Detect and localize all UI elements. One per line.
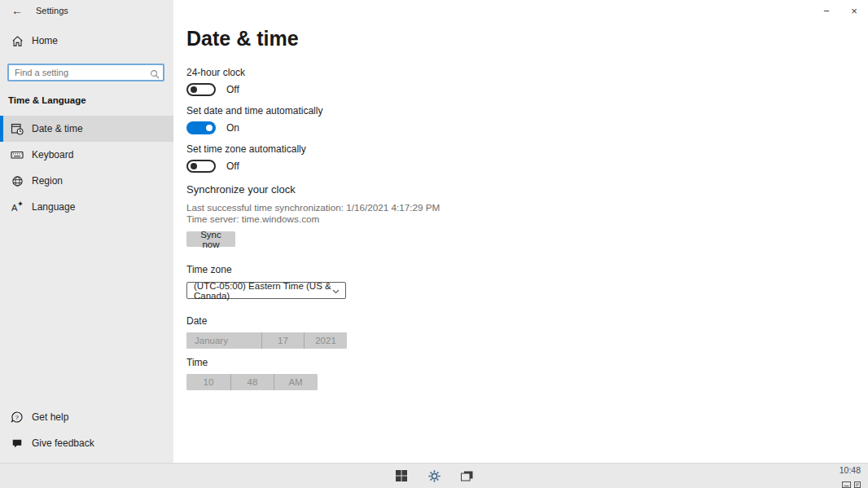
date-month-segment: January	[186, 332, 261, 349]
toggle-state-label: Off	[226, 160, 239, 172]
toggle-state-label: Off	[226, 84, 239, 95]
sync-clock-heading: Synchronize your clock	[186, 183, 610, 196]
sidebar-item-label: Keyboard	[32, 149, 73, 160]
titlebar: ← Settings	[0, 0, 173, 21]
sidebar-item-give-feedback[interactable]: Give feedback	[0, 430, 173, 456]
toggle-knob	[191, 163, 197, 169]
sidebar-item-label: Get help	[32, 411, 68, 423]
search-icon	[150, 68, 160, 77]
start-button[interactable]	[392, 464, 410, 488]
time-zone-value: (UTC-05:00) Eastern Time (US & Canada)	[194, 281, 332, 301]
toggle-row: Off	[186, 160, 610, 173]
sidebar-nav: Date & time Keyboard Region A Language	[0, 116, 173, 220]
sidebar-footer: ? Get help Give feedback	[0, 404, 173, 456]
search-input[interactable]	[7, 64, 164, 81]
time-picker: 10 48 AM	[186, 374, 318, 390]
sidebar-item-get-help[interactable]: ? Get help	[0, 404, 173, 430]
language-icon: A	[11, 200, 24, 213]
toggle-row: On	[186, 121, 610, 134]
toggle-label-24-hour-clock: 24-hour clock	[186, 67, 610, 78]
minimize-button[interactable]: −	[813, 0, 840, 22]
region-globe-icon	[11, 174, 24, 187]
settings-window: ← Settings Home Time & Language Date & t…	[0, 0, 868, 488]
settings-taskbar-icon[interactable]	[425, 464, 443, 488]
action-center-icon[interactable]	[854, 477, 861, 488]
system-tray[interactable]: 10:48	[840, 466, 861, 488]
give-feedback-icon	[11, 437, 24, 450]
taskbar-clock[interactable]: 10:48	[840, 466, 861, 475]
sidebar-item-label: Language	[32, 201, 75, 213]
time-hour-segment: 10	[186, 374, 230, 390]
sidebar-item-label: Home	[32, 35, 58, 46]
taskbar: 10:48	[0, 463, 868, 488]
toggle-set-time-zone-auto[interactable]	[186, 160, 216, 173]
page-content: Date & time 24-hour clock Off Set date a…	[186, 27, 610, 390]
toggle-state-label: On	[226, 122, 239, 134]
sidebar-item-date-time[interactable]: Date & time	[0, 116, 173, 142]
sidebar-item-label: Give feedback	[32, 437, 94, 449]
date-time-icon	[11, 122, 24, 135]
toggle-label-set-date-time-auto: Set date and time automatically	[186, 105, 610, 117]
sidebar-item-language[interactable]: A Language	[0, 194, 173, 220]
toggle-knob	[206, 125, 213, 131]
get-help-icon: ?	[11, 411, 24, 424]
toggle-24-hour-clock[interactable]	[186, 83, 216, 96]
tray-icons	[842, 477, 861, 488]
task-view-button[interactable]	[458, 464, 476, 488]
app-title: Settings	[36, 6, 68, 15]
time-zone-label: Time zone	[186, 264, 610, 275]
toggle-label-set-time-zone-auto: Set time zone automatically	[186, 143, 610, 155]
selected-accent-bar	[0, 116, 3, 142]
chevron-down-icon	[332, 286, 340, 296]
time-minute-segment: 48	[230, 374, 274, 390]
back-arrow-icon[interactable]: ←	[11, 5, 23, 16]
time-label: Time	[186, 357, 610, 368]
sidebar-item-keyboard[interactable]: Keyboard	[0, 142, 173, 168]
window-controls: − ×	[813, 0, 868, 22]
taskbar-center-icons	[392, 464, 476, 488]
main-pane: − × Date & time 24-hour clock Off Set da…	[173, 0, 868, 463]
sidebar-item-home[interactable]: Home	[0, 28, 173, 54]
date-year-segment: 2021	[304, 332, 347, 349]
last-sync-text: Last successful time synchronization: 1/…	[186, 202, 610, 213]
time-zone-dropdown[interactable]: (UTC-05:00) Eastern Time (US & Canada)	[186, 282, 346, 299]
sidebar: ← Settings Home Time & Language Date & t…	[0, 0, 173, 463]
time-ampm-segment: AM	[274, 374, 317, 390]
toggle-row: Off	[186, 83, 610, 96]
sidebar-item-region[interactable]: Region	[0, 168, 173, 194]
date-label: Date	[186, 315, 610, 327]
time-server-text: Time server: time.windows.com	[186, 213, 610, 225]
touch-keyboard-icon[interactable]	[842, 477, 851, 488]
sync-now-button[interactable]: Sync now	[186, 231, 235, 247]
sidebar-item-label: Region	[32, 175, 63, 187]
svg-text:?: ?	[15, 414, 20, 421]
home-icon	[11, 34, 24, 47]
search-box	[7, 64, 164, 81]
sync-clock-meta: Last successful time synchronization: 1/…	[186, 202, 610, 224]
toggle-knob	[191, 86, 197, 93]
sidebar-item-label: Date & time	[32, 123, 83, 134]
page-title: Date & time	[186, 27, 610, 50]
date-picker: January 17 2021	[186, 332, 347, 349]
date-day-segment: 17	[261, 332, 304, 349]
close-button[interactable]: ×	[840, 0, 868, 22]
sidebar-section-heading: Time & Language	[8, 95, 173, 105]
svg-text:A: A	[11, 203, 18, 213]
toggle-set-date-time-auto[interactable]	[186, 121, 216, 134]
keyboard-icon	[11, 148, 24, 161]
